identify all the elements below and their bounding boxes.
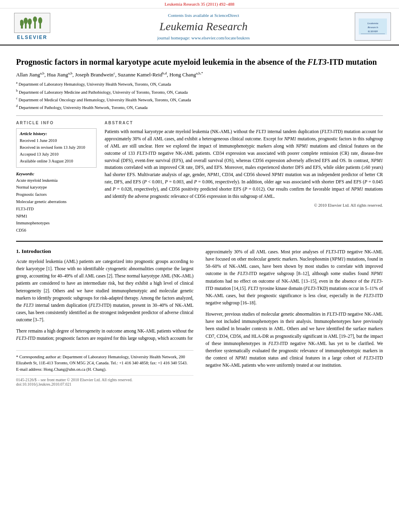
svg-text:ELSEVIER: ELSEVIER bbox=[368, 30, 378, 33]
keyword-2: Normal karyotype bbox=[16, 184, 97, 191]
keyword-7: Immunophenotypes bbox=[16, 220, 97, 227]
abstract-label: ABSTRACT bbox=[105, 121, 383, 125]
keyword-1: Acute myeloid leukemia bbox=[16, 177, 97, 184]
affiliation-b: b Department of Laboratory Medicine and … bbox=[16, 88, 383, 95]
keyword-6: NPM1 bbox=[16, 213, 97, 220]
elsevier-wordmark: ELSEVIER bbox=[17, 35, 47, 40]
section-1-heading: 1. Introduction bbox=[16, 248, 193, 255]
svg-point-5 bbox=[28, 18, 32, 25]
body-text-section: 1. Introduction Acute myeloid leukemia (… bbox=[16, 248, 383, 386]
main-content: Prognostic factors in normal karyotype a… bbox=[0, 45, 399, 394]
footer-copyright: 0145-2126/$ – see front matter © 2010 El… bbox=[16, 375, 193, 386]
leukemia-logo-box: Leukemia Research ELSEVIER bbox=[355, 12, 391, 41]
svg-point-7 bbox=[33, 16, 37, 22]
footnote-area: * Corresponding author at: Department of… bbox=[16, 350, 193, 386]
body-para-4: However, previous studies of molecular g… bbox=[206, 310, 383, 369]
corresponding-author-note: * Corresponding author at: Department of… bbox=[16, 354, 193, 373]
affiliation-d: d Department of Pathology, University He… bbox=[16, 104, 383, 111]
elsevier-logo: ELSEVIER bbox=[8, 13, 56, 40]
received-revised-date: Received in revised form 13 July 2010 bbox=[20, 144, 93, 151]
journal-citation: Leukemia Research 35 (2011) 492–488 bbox=[165, 2, 234, 6]
keyword-3: Prognostic factors bbox=[16, 191, 97, 198]
leukemia-journal-icon: Leukemia Research ELSEVIER bbox=[359, 18, 387, 35]
svg-text:Research: Research bbox=[367, 26, 378, 29]
svg-text:Leukemia: Leukemia bbox=[367, 22, 378, 25]
body-divider bbox=[16, 241, 383, 242]
svg-point-9 bbox=[38, 17, 42, 24]
journal-title: Leukemia Research bbox=[56, 20, 351, 33]
affiliation-a: a Department of Laboratory Hematology, U… bbox=[16, 80, 383, 87]
keyword-8: CD56 bbox=[16, 227, 97, 234]
body-para-2: There remains a high degree of heterogen… bbox=[16, 327, 193, 342]
keyword-5: FLT3-ITD bbox=[16, 206, 97, 213]
journal-citation-bar: Leukemia Research 35 (2011) 492–488 bbox=[0, 0, 399, 8]
abstract-column: ABSTRACT Patients with normal karyotype … bbox=[105, 121, 383, 234]
affiliations: a Department of Laboratory Hematology, U… bbox=[16, 80, 383, 111]
elsevier-logo-box bbox=[14, 13, 50, 33]
affiliation-c: c Department of Medical Oncology and Hem… bbox=[16, 96, 383, 103]
article-info-label: ARTICLE INFO bbox=[16, 121, 97, 125]
keywords-label: Keywords: bbox=[16, 172, 97, 176]
body-para-1: Acute myeloid leukemia (AML) patients ar… bbox=[16, 258, 193, 323]
journal-homepage[interactable]: journal homepage: www.elsevier.com/locat… bbox=[56, 35, 351, 40]
leukemia-logo-area: Leukemia Research ELSEVIER bbox=[351, 12, 391, 41]
journal-title-area: Contents lists available at ScienceDirec… bbox=[56, 13, 351, 40]
article-info-abstract-section: ARTICLE INFO Article history: Received 1… bbox=[16, 121, 383, 234]
article-title: Prognostic factors in normal karyotype a… bbox=[16, 57, 383, 67]
abstract-text: Patients with normal karyotype acute mye… bbox=[105, 128, 383, 200]
elsevier-tree-icon bbox=[20, 16, 44, 29]
body-column-1: 1. Introduction Acute myeloid leukemia (… bbox=[16, 248, 193, 386]
elsevier-logo-area: ELSEVIER bbox=[8, 13, 56, 40]
keyword-4: Molecular genetic aberrations bbox=[16, 199, 97, 205]
article-history-title: Article history: bbox=[20, 131, 93, 136]
divider-after-affiliations bbox=[16, 115, 383, 116]
authors-line: Allan Jianga,b, Hua Jianga,b, Joseph Bra… bbox=[16, 71, 383, 78]
sciencedirect-link[interactable]: Contents lists available at ScienceDirec… bbox=[56, 13, 351, 18]
available-online-date: Available online 3 August 2010 bbox=[20, 158, 93, 165]
accepted-date: Accepted 13 July 2010 bbox=[20, 151, 93, 158]
received-date: Received 1 June 2010 bbox=[20, 138, 93, 144]
keywords-list: Acute myeloid leukemia Normal karyotype … bbox=[16, 177, 97, 234]
body-column-2: approximately 30% of all AML cases. Most… bbox=[206, 248, 383, 386]
svg-point-3 bbox=[24, 18, 28, 24]
journal-header: ELSEVIER Contents lists available at Sci… bbox=[0, 8, 399, 45]
svg-point-1 bbox=[20, 20, 24, 26]
abstract-copyright: © 2010 Elsevier Ltd. All rights reserved… bbox=[105, 203, 383, 207]
body-para-3: approximately 30% of all AML cases. Most… bbox=[206, 248, 383, 306]
article-history-box: Article history: Received 1 June 2010 Re… bbox=[16, 128, 97, 167]
article-info-column: ARTICLE INFO Article history: Received 1… bbox=[16, 121, 97, 234]
